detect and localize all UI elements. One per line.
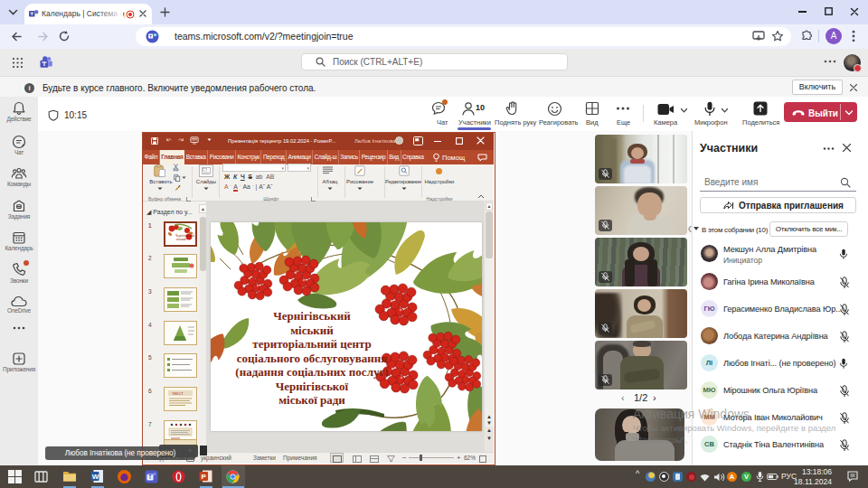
svg-text:T: T	[148, 474, 152, 480]
svg-text:міський: міський	[176, 238, 186, 241]
svg-text:P: P	[202, 473, 207, 481]
svg-text:ТЕКСТ: ТЕКСТ	[172, 391, 184, 396]
svg-text:W: W	[92, 473, 99, 481]
